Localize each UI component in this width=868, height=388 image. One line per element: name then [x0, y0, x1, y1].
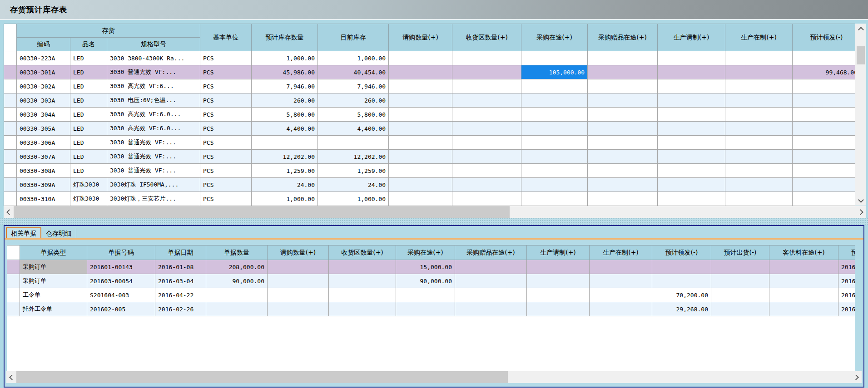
cell[interactable]: LED — [70, 79, 107, 93]
column-group-header-inventory[interactable]: 存货 — [17, 24, 200, 38]
cell[interactable] — [658, 136, 725, 150]
cell[interactable]: 1,000.00 — [252, 51, 318, 65]
column-header[interactable]: 收货区数量(+) — [329, 246, 396, 260]
column-header[interactable]: 采购赠品在途(+) — [455, 246, 527, 260]
cell[interactable] — [588, 150, 658, 164]
column-header[interactable]: 单据号码 — [87, 246, 155, 260]
cell[interactable] — [793, 51, 855, 65]
cell[interactable]: PCS — [200, 108, 252, 122]
table-row[interactable]: 托外工令单201602-0052016-02-2629,268.002016-0 — [7, 302, 855, 316]
row-selector[interactable] — [4, 150, 17, 164]
cell[interactable]: 2016-0 — [838, 260, 855, 274]
cell[interactable]: LED — [70, 108, 107, 122]
cell[interactable]: 201601-00143 — [87, 260, 155, 274]
cell[interactable]: LED — [70, 122, 107, 136]
vertical-scrollbar[interactable] — [855, 24, 866, 206]
cell[interactable] — [318, 136, 389, 150]
cell[interactable] — [725, 136, 793, 150]
cell[interactable] — [658, 79, 725, 93]
cell[interactable]: 00330-310A — [17, 192, 70, 206]
cell[interactable] — [389, 65, 452, 79]
tab-warehouse-detail[interactable]: 仓存明细 — [41, 228, 76, 238]
column-header[interactable]: 预计库存数量 — [252, 24, 318, 51]
row-selector[interactable] — [4, 192, 17, 206]
cell[interactable]: LED — [70, 93, 107, 108]
cell[interactable]: 3030 普通光效 VF:... — [107, 164, 200, 178]
cell[interactable]: 70,200.00 — [652, 288, 711, 302]
horizontal-scrollbar-top[interactable] — [4, 206, 866, 218]
column-header[interactable]: 预计领发(-) — [793, 24, 855, 51]
cell[interactable] — [588, 178, 658, 192]
cell[interactable] — [725, 178, 793, 192]
cell[interactable] — [389, 150, 452, 164]
cell[interactable] — [711, 260, 769, 274]
cell[interactable] — [521, 122, 588, 136]
cell[interactable]: PCS — [200, 65, 252, 79]
cell[interactable] — [711, 274, 769, 288]
column-header[interactable]: 生产在制(+) — [590, 246, 652, 260]
cell[interactable] — [268, 274, 329, 288]
cell[interactable] — [793, 164, 855, 178]
v-scroll-track[interactable] — [855, 34, 866, 196]
cell[interactable] — [527, 274, 590, 288]
cell[interactable] — [590, 302, 652, 316]
cell[interactable]: 29,268.00 — [652, 302, 711, 316]
cell[interactable]: 45,986.00 — [252, 65, 318, 79]
cell[interactable]: 托外工令单 — [20, 302, 87, 316]
cell[interactable]: 4,400.00 — [252, 122, 318, 136]
cell[interactable]: 201603-00054 — [87, 274, 155, 288]
column-header[interactable]: 规格型号 — [107, 38, 200, 51]
cell[interactable] — [396, 288, 455, 302]
h-scroll-track-top[interactable] — [14, 206, 856, 218]
cell[interactable] — [588, 136, 658, 150]
cell[interactable] — [329, 274, 396, 288]
cell[interactable]: 00330-305A — [17, 122, 70, 136]
cell[interactable]: S201604-003 — [87, 288, 155, 302]
panel-splitter[interactable] — [0, 218, 868, 225]
cell[interactable]: 5,800.00 — [252, 108, 318, 122]
cell[interactable]: 2016-01-08 — [155, 260, 206, 274]
row-selector[interactable] — [4, 164, 17, 178]
cell[interactable] — [206, 288, 268, 302]
cell[interactable]: 1,000.00 — [318, 51, 389, 65]
cell[interactable] — [452, 122, 521, 136]
column-header[interactable]: 预计出货(-) — [711, 246, 769, 260]
column-header[interactable]: 客供料在途(+) — [769, 246, 838, 260]
cell[interactable]: 1,259.00 — [252, 164, 318, 178]
cell[interactable] — [521, 108, 588, 122]
column-header[interactable]: 基本单位 — [200, 24, 252, 51]
scroll-up-icon[interactable] — [855, 24, 866, 34]
cell[interactable] — [652, 260, 711, 274]
cell[interactable] — [769, 302, 838, 316]
row-selector[interactable] — [4, 93, 17, 108]
tab-related-documents[interactable]: 相关单据 — [6, 227, 41, 238]
row-selector[interactable] — [7, 274, 20, 288]
column-header[interactable]: 目前库存 — [318, 24, 389, 51]
cell[interactable]: 工令单 — [20, 288, 87, 302]
cell[interactable] — [590, 288, 652, 302]
cell[interactable]: 2016-03-04 — [155, 274, 206, 288]
column-header[interactable]: 品名 — [70, 38, 107, 51]
cell[interactable]: 7,946.00 — [252, 79, 318, 93]
cell[interactable] — [793, 178, 855, 192]
cell[interactable] — [769, 274, 838, 288]
column-header[interactable]: 单据类型 — [20, 246, 87, 260]
cell[interactable]: PCS — [200, 122, 252, 136]
cell[interactable] — [521, 51, 588, 65]
cell[interactable]: 40,454.00 — [318, 65, 389, 79]
cell[interactable]: PCS — [200, 150, 252, 164]
cell[interactable]: LED — [70, 150, 107, 164]
cell[interactable] — [389, 79, 452, 93]
row-selector[interactable] — [4, 51, 17, 65]
cell[interactable] — [711, 288, 769, 302]
scroll-left-icon[interactable] — [4, 206, 14, 218]
cell[interactable] — [590, 260, 652, 274]
cell[interactable] — [452, 150, 521, 164]
table-row[interactable]: 采购订单201603-000542016-03-0490,000.0090,00… — [7, 274, 855, 288]
cell[interactable] — [521, 150, 588, 164]
column-header[interactable]: 单据数量 — [206, 246, 268, 260]
cell[interactable] — [658, 93, 725, 108]
column-header[interactable]: 采购在途(+) — [521, 24, 588, 51]
cell[interactable]: 00330-301A — [17, 65, 70, 79]
table-row[interactable]: 工令单S201604-0032016-04-2270,200.002016-0 — [7, 288, 855, 302]
